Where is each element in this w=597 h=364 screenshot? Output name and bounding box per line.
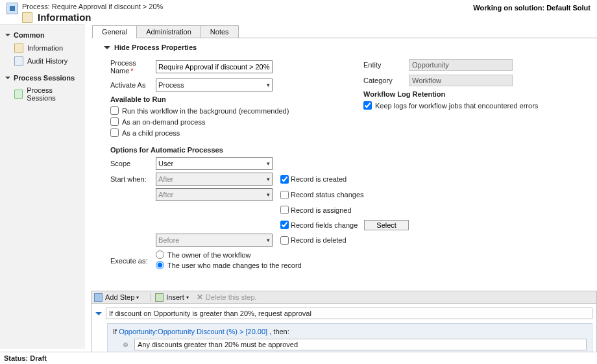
- execute-as-user-radio[interactable]: [156, 261, 164, 269]
- insert-button[interactable]: Insert ▾: [155, 293, 189, 302]
- record-created-label: Record is created: [291, 175, 347, 183]
- run-background-label: Run this workflow in the background (rec…: [122, 107, 289, 115]
- sessions-icon: [14, 90, 23, 99]
- chevron-down-icon: ▾: [267, 82, 270, 88]
- hide-process-properties-toggle[interactable]: Hide Process Properties: [104, 43, 597, 51]
- sidebar-item-process-sessions[interactable]: Process Sessions: [0, 84, 85, 104]
- chevron-down-icon: ▾: [267, 237, 270, 243]
- information-item-icon: [14, 43, 23, 53]
- select-fields-button[interactable]: Select: [364, 220, 409, 230]
- triangle-down-icon: [5, 77, 10, 79]
- scope-label: Scope: [110, 160, 156, 167]
- tab-administration[interactable]: Administration: [136, 25, 201, 38]
- record-assigned-label: Record is assigned: [291, 206, 352, 214]
- child-process-checkbox[interactable]: [110, 128, 119, 137]
- status-changes-label: Record status changes: [291, 191, 364, 199]
- category-label: Category: [363, 77, 409, 84]
- execute-as-label: Execute as:: [110, 257, 156, 265]
- execute-as-user-label: The user who made changes to the record: [167, 261, 302, 269]
- add-step-button[interactable]: Add Step ▾: [94, 293, 139, 302]
- execute-as-owner-label: The owner of the workflow: [167, 251, 250, 259]
- working-on-solution: Working on solution: Default Solut: [473, 4, 591, 12]
- on-demand-label: As an on-demand process: [122, 118, 205, 126]
- record-deleted-checkbox[interactable]: [280, 236, 289, 245]
- tab-bar: General Administration Notes: [92, 25, 597, 38]
- start-when-label: Start when:: [110, 175, 156, 183]
- scope-select[interactable]: User▾: [156, 157, 273, 170]
- entity-value: Opportunity: [409, 59, 513, 71]
- fields-change-checkbox[interactable]: [280, 221, 289, 229]
- information-heading: Information: [38, 12, 91, 23]
- activate-as-select[interactable]: Process▾: [156, 79, 273, 91]
- keep-logs-label: Keep logs for workflow jobs that encount…: [375, 102, 538, 110]
- on-demand-checkbox[interactable]: [110, 117, 119, 126]
- triangle-down-icon: [5, 34, 10, 36]
- sidebar-group-process-sessions[interactable]: Process Sessions: [0, 71, 85, 84]
- step-description-input[interactable]: If discount on Opportunity is greater th…: [106, 308, 592, 319]
- expand-step-icon[interactable]: [95, 312, 102, 315]
- entity-label: Entity: [363, 61, 409, 69]
- record-deleted-label: Record is deleted: [291, 236, 347, 244]
- bullet-icon: [123, 343, 128, 347]
- chevron-down-icon: ▾: [267, 160, 270, 167]
- options-heading: Options for Automatic Processes: [110, 146, 597, 154]
- delete-step-button[interactable]: ✕ Delete this step.: [197, 293, 257, 302]
- status-bar: Status: Draft: [0, 352, 597, 364]
- execute-as-owner-radio[interactable]: [156, 250, 164, 259]
- process-name-label: Process Name*: [110, 59, 156, 75]
- chevron-down-icon: ▾: [136, 295, 139, 300]
- start-after-select-1[interactable]: After▾: [156, 173, 273, 186]
- information-icon: [22, 12, 32, 23]
- chevron-down-icon: ▾: [267, 176, 270, 182]
- sidebar-item-audit-history[interactable]: Audit History: [0, 55, 85, 67]
- sidebar: Common Information Audit History Process…: [0, 24, 85, 349]
- start-before-select[interactable]: Before▾: [156, 234, 273, 247]
- step-toolbar: Add Step ▾ Insert ▾ ✕ Delete this step.: [91, 291, 597, 304]
- triangle-down-icon: [104, 46, 110, 49]
- chevron-down-icon: ▾: [186, 295, 189, 300]
- process-name-input[interactable]: [156, 60, 273, 73]
- insert-icon: [155, 293, 164, 302]
- run-background-checkbox[interactable]: [110, 106, 119, 115]
- chevron-down-icon: ▾: [267, 191, 270, 198]
- tab-notes[interactable]: Notes: [201, 25, 239, 38]
- record-assigned-checkbox[interactable]: [280, 206, 289, 214]
- if-condition-line: If Opportunity:Opportunity Discount (%) …: [113, 328, 587, 335]
- category-value: Workflow: [409, 75, 513, 86]
- process-title: Process: Require Approval if discount > …: [22, 3, 163, 10]
- tab-general[interactable]: General: [92, 25, 137, 38]
- status-changes-checkbox[interactable]: [280, 191, 289, 199]
- available-to-run-heading: Available to Run: [110, 95, 337, 103]
- audit-history-icon: [14, 56, 23, 66]
- record-created-checkbox[interactable]: [280, 175, 289, 184]
- start-after-select-2[interactable]: After▾: [156, 188, 273, 201]
- process-icon: [6, 3, 18, 14]
- separator-icon: [151, 293, 151, 302]
- activate-as-label: Activate As: [110, 81, 156, 89]
- condition-link[interactable]: Opportunity:Opportunity Discount (%) > […: [119, 328, 267, 335]
- child-process-label: As a child process: [122, 129, 180, 137]
- delete-icon: ✕: [197, 293, 203, 302]
- fields-change-label: Record fields change: [291, 221, 358, 229]
- header: Process: Require Approval if discount > …: [0, 0, 597, 24]
- sidebar-item-information[interactable]: Information: [0, 42, 85, 55]
- add-step-icon: [94, 293, 103, 302]
- log-retention-heading: Workflow Log Retention: [363, 90, 597, 98]
- keep-logs-checkbox[interactable]: [363, 101, 372, 110]
- substep-description-input[interactable]: Any discounts greater than 20% must be a…: [134, 339, 587, 350]
- sidebar-group-common[interactable]: Common: [0, 29, 85, 42]
